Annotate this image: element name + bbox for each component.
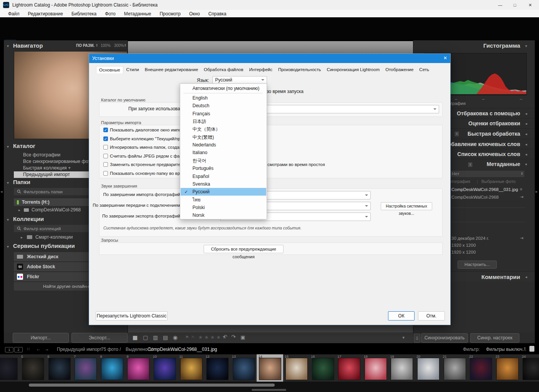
filmstrip-cell[interactable]: 24 bbox=[520, 354, 539, 382]
filmstrip-cell[interactable]: 20 bbox=[415, 354, 441, 382]
filmstrip-cell[interactable]: 18 bbox=[362, 354, 389, 382]
filmstrip-thumbnail[interactable] bbox=[233, 358, 255, 380]
sync-lock-icon[interactable]: ▯ bbox=[414, 334, 420, 343]
filmstrip-cell[interactable]: 5 bbox=[20, 354, 46, 382]
language-menu-item[interactable]: Deutsch bbox=[181, 102, 266, 110]
dialog-tab[interactable]: Синхронизация Lightroom bbox=[324, 66, 383, 73]
filmstrip-cell[interactable]: 7 bbox=[72, 354, 99, 382]
language-menu-item[interactable]: ✓Русский bbox=[181, 188, 266, 196]
system-sounds-button[interactable]: Настройка системных звуков... bbox=[381, 202, 432, 210]
star-icon[interactable]: ★ bbox=[216, 334, 222, 340]
menubar-item[interactable]: Просмотр bbox=[155, 11, 185, 17]
language-menu-item[interactable]: 中文（简体） bbox=[181, 125, 266, 133]
metadata-stepper-icon[interactable]: ⇕ bbox=[468, 162, 473, 168]
filmstrip-thumbnail[interactable] bbox=[365, 358, 387, 380]
histogram-title[interactable]: Гистограмма bbox=[483, 42, 520, 49]
import-option-checkbox[interactable] bbox=[103, 162, 108, 167]
star-icon[interactable]: ★ bbox=[204, 334, 211, 340]
dialog-close-icon[interactable]: ✕ bbox=[443, 55, 447, 61]
painter-tool-icon[interactable]: ▣ bbox=[240, 334, 245, 340]
close-button-icon[interactable]: ✕ bbox=[524, 1, 536, 9]
filmstrip-thumbnail[interactable] bbox=[391, 358, 413, 380]
ok-button[interactable]: ОК bbox=[388, 311, 415, 321]
forward-icon[interactable]: → bbox=[45, 346, 49, 352]
publish-collapse-icon[interactable]: ▾ bbox=[7, 244, 9, 249]
dialog-tab[interactable]: Основные bbox=[96, 66, 123, 73]
section-collapse-icon[interactable]: ◂ bbox=[525, 142, 527, 146]
loupe-view-icon[interactable]: ▢ bbox=[143, 334, 148, 341]
filmstrip-thumbnail[interactable] bbox=[48, 358, 71, 380]
filmstrip-cell[interactable]: 16 bbox=[310, 354, 336, 382]
navigator-collapse-icon[interactable]: ▾ bbox=[7, 44, 9, 48]
filmstrip-thumbnail[interactable] bbox=[127, 358, 149, 380]
language-menu-item[interactable]: 日本語 bbox=[181, 118, 266, 125]
second-window-button[interactable]: 2 bbox=[14, 347, 23, 352]
back-icon[interactable]: ← bbox=[36, 346, 41, 352]
status-filename[interactable]: CompDeskWalCol-2968__031.jpg bbox=[148, 347, 217, 352]
star-icon[interactable]: ★ bbox=[210, 334, 216, 340]
filmstrip-cell[interactable]: 4 bbox=[0, 354, 20, 382]
filter-value[interactable]: Фильтры выключ... bbox=[486, 347, 526, 352]
compare-view-icon[interactable]: ▥ bbox=[153, 334, 158, 341]
export-button[interactable]: Экспорт... bbox=[71, 333, 128, 343]
status-source[interactable]: Предыдущий импорт bbox=[57, 347, 102, 352]
menubar-item[interactable]: Фото bbox=[101, 11, 120, 17]
language-menu-item[interactable]: Автоматически (по умолчанию) bbox=[181, 85, 266, 92]
rotate-left-icon[interactable]: ↶ bbox=[223, 334, 227, 340]
filmstrip-thumbnail[interactable] bbox=[338, 358, 360, 380]
catalog-title[interactable]: Каталог bbox=[13, 143, 35, 149]
language-combobox[interactable]: Русский bbox=[212, 76, 267, 84]
metadata-tab-selected[interactable]: Выбранные фото bbox=[481, 179, 516, 184]
dialog-tab[interactable]: Стили bbox=[124, 66, 142, 73]
right-panel-toggle-icon[interactable]: ▸ bbox=[536, 189, 538, 194]
filmstrip-cell[interactable]: 8 bbox=[99, 354, 125, 382]
filmstrip-cell[interactable]: 11 bbox=[178, 354, 204, 382]
metadata-adjust-button[interactable]: Настроить... bbox=[458, 261, 497, 269]
navigator-zoom-100[interactable]: 100% bbox=[101, 43, 111, 48]
filmstrip-thumbnail[interactable] bbox=[285, 358, 308, 380]
language-menu-item[interactable]: ไทย bbox=[181, 196, 266, 204]
language-menu-item[interactable]: Polski bbox=[181, 204, 266, 211]
filmstrip-cell[interactable]: 15 bbox=[283, 354, 310, 382]
collections-collapse-icon[interactable]: ▾ bbox=[7, 218, 9, 222]
menubar-item[interactable]: Библиотека bbox=[67, 11, 101, 17]
menubar-item[interactable]: Файл bbox=[4, 11, 24, 17]
filmstrip-scrollbar[interactable] bbox=[29, 384, 275, 387]
import-option-checkbox[interactable] bbox=[103, 171, 108, 176]
smart-collections-expand-icon[interactable]: ▸ bbox=[21, 235, 23, 239]
filmstrip-thumbnail[interactable] bbox=[470, 358, 492, 380]
navigator-title[interactable]: Навигатор bbox=[13, 42, 43, 49]
menubar-item[interactable]: Метаданные bbox=[120, 11, 156, 17]
filmstrip-cell[interactable]: 17 bbox=[336, 354, 362, 382]
maximize-button-icon[interactable]: □ bbox=[509, 1, 521, 9]
filter-stepper-icon[interactable]: ⇕ bbox=[523, 347, 526, 350]
section-collapse-icon[interactable]: ◂ bbox=[525, 111, 527, 116]
section-collapse-icon[interactable]: ◂ bbox=[525, 121, 527, 126]
menubar-item[interactable]: Окно bbox=[185, 11, 204, 17]
reset-warnings-button[interactable]: Сбросить все предупреждающие сообщения bbox=[204, 245, 284, 253]
survey-view-icon[interactable]: ▤ bbox=[163, 334, 168, 341]
filmstrip-thumbnail[interactable] bbox=[101, 358, 123, 380]
import-option-checkbox[interactable]: ✓ bbox=[103, 128, 108, 132]
filmstrip-thumbnail[interactable] bbox=[522, 358, 539, 380]
import-option-checkbox[interactable] bbox=[103, 145, 108, 149]
preset-stepper-icon[interactable]: ⇕ bbox=[520, 172, 523, 176]
minimize-button-icon[interactable]: — bbox=[494, 1, 506, 9]
navigator-zoom-300[interactable]: 300% bbox=[114, 43, 124, 48]
filmstrip-cell[interactable]: 9 bbox=[125, 354, 151, 382]
navigator-fit-mode[interactable]: ПО РАЗМ. bbox=[76, 43, 95, 48]
filmstrip-cell[interactable]: 14 bbox=[257, 354, 283, 382]
publish-title[interactable]: Сервисы публикации bbox=[13, 243, 75, 249]
filmstrip-cell[interactable]: 12 bbox=[204, 354, 231, 382]
histogram-collapse-icon[interactable]: ▾ bbox=[525, 44, 527, 48]
language-menu-item[interactable]: Nederlands bbox=[181, 141, 266, 149]
filmstrip-cell[interactable]: 10 bbox=[151, 354, 178, 382]
menubar-item[interactable]: Редактирование bbox=[24, 11, 67, 17]
filmstrip-thumbnail[interactable] bbox=[444, 358, 466, 380]
toolbar-options-icon[interactable]: ▾ bbox=[402, 335, 405, 340]
import-button[interactable]: Импорт... bbox=[13, 333, 69, 343]
filter-lock-icon[interactable] bbox=[529, 346, 534, 352]
filmstrip-thumbnail[interactable] bbox=[154, 358, 176, 380]
filmstrip-thumbnail[interactable] bbox=[180, 358, 202, 380]
language-menu-item[interactable]: Norsk bbox=[181, 211, 266, 219]
